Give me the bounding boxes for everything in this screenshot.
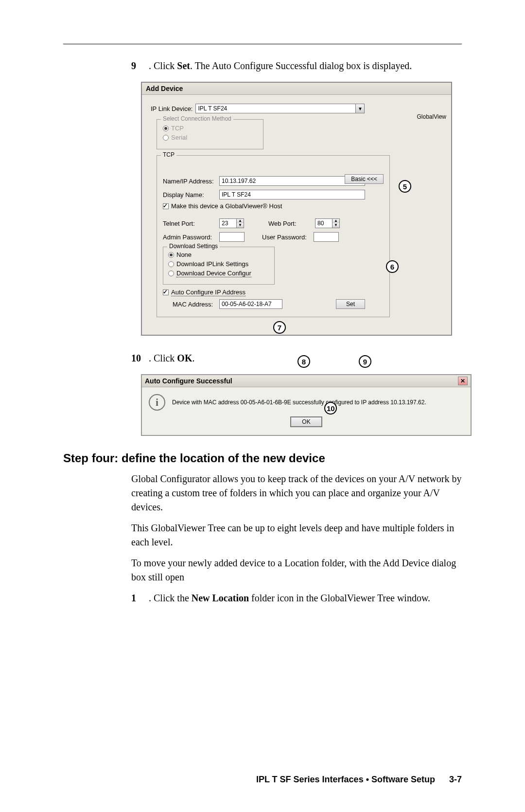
- download-settings-legend: Download Settings: [167, 243, 220, 250]
- paragraph-2: This GlobalViewer Tree can be up to eigh…: [131, 521, 462, 549]
- radio-dl-none[interactable]: None: [168, 251, 269, 258]
- auto-config-dialog: Auto Configure Successful ✕ i Device wit…: [141, 374, 472, 436]
- step-10: 10. Click OK.: [131, 351, 462, 365]
- radio-tcp[interactable]: TCP: [163, 125, 257, 132]
- radio-tcp-icon: [163, 126, 169, 131]
- radio-serial-icon: [163, 135, 169, 141]
- mac-label: MAC Address:: [173, 301, 216, 308]
- paragraph-1: Global Configurator allows you to keep t…: [131, 472, 462, 514]
- connection-method-legend: Select Connection Method: [161, 115, 233, 122]
- step-10-num: 10: [131, 351, 149, 365]
- callout-7: 7: [273, 321, 286, 334]
- mac-input[interactable]: 00-05-A6-02-18-A7: [219, 299, 282, 309]
- step-four-heading: Step four: define the location of the ne…: [63, 451, 462, 465]
- name-ip-label: Name/IP Address:: [163, 178, 216, 185]
- add-device-dialog: Add Device IP Link Device: IPL T SF24 ▼ …: [141, 82, 452, 336]
- user-pw-input[interactable]: [314, 232, 339, 242]
- callout-8: 8: [298, 355, 310, 368]
- auto-config-msg: Device with MAC address 00-05-A6-01-6B-9…: [172, 399, 426, 406]
- step-9-num: 9: [131, 59, 149, 73]
- spin-down-icon[interactable]: ▼: [237, 223, 244, 228]
- set-button[interactable]: Set: [336, 299, 365, 309]
- close-icon[interactable]: ✕: [458, 377, 468, 385]
- telnet-label: Telnet Port:: [163, 220, 216, 227]
- callout-6: 6: [386, 260, 399, 273]
- basic-button[interactable]: Basic <<<: [345, 174, 384, 184]
- callout-5: 5: [399, 180, 411, 193]
- globalview-label: GlobalView: [417, 113, 446, 120]
- callout-10: 10: [324, 402, 337, 415]
- paragraph-3: To move your newly added device to a Loc…: [131, 556, 462, 584]
- ip-link-device-input[interactable]: IPL T SF24: [195, 104, 356, 113]
- radio-dl-devconf[interactable]: Download Device Configur: [168, 270, 269, 277]
- ip-link-dropdown-btn[interactable]: ▼: [356, 104, 365, 113]
- tcp-legend: TCP: [161, 151, 176, 158]
- gv-host-check-icon: [163, 203, 169, 209]
- admin-pw-input[interactable]: [219, 232, 245, 242]
- ok-button[interactable]: OK: [290, 416, 322, 427]
- add-device-title: Add Device: [142, 83, 451, 95]
- radio-serial[interactable]: Serial: [163, 134, 257, 141]
- radio-dl-iplink[interactable]: Download IPLink Settings: [168, 260, 269, 268]
- gv-host-check[interactable]: Make this device a GlobalViewer® Host: [163, 202, 384, 210]
- tcp-fieldset: TCP Basic <<< Name/IP Address: 10.13.197…: [157, 155, 390, 317]
- page-footer: IPL T SF Series Interfaces • Software Se…: [256, 775, 462, 785]
- spin-down-icon[interactable]: ▼: [332, 223, 339, 228]
- ip-link-label: IP Link Device:: [151, 105, 192, 112]
- connection-method-fieldset: Select Connection Method TCP Serial: [157, 119, 263, 149]
- web-port-input[interactable]: 80 ▲▼: [315, 218, 340, 228]
- radio-icon: [168, 252, 174, 258]
- radio-icon: [168, 271, 174, 276]
- info-icon: i: [149, 394, 165, 411]
- callout-9: 9: [359, 355, 371, 368]
- telnet-port-input[interactable]: 23 ▲▼: [219, 218, 244, 228]
- auto-config-check-icon: [163, 289, 169, 295]
- user-pw-label: User Password:: [262, 234, 311, 241]
- radio-icon: [168, 261, 174, 267]
- name-ip-input[interactable]: 10.13.197.62: [219, 176, 365, 186]
- auto-config-check[interactable]: Auto Configure IP Address: [163, 289, 384, 296]
- download-settings-fieldset: Download Settings None Download IPLink S…: [163, 247, 275, 285]
- web-port-label: Web Port:: [268, 220, 312, 227]
- auto-config-title: Auto Configure Successful: [145, 377, 232, 385]
- display-name-input[interactable]: IPL T SF24: [219, 190, 365, 199]
- ip-link-row: IP Link Device: IPL T SF24 ▼: [151, 104, 446, 113]
- step-1b-num: 1: [131, 591, 149, 605]
- step-1b: 1. Click the New Location folder icon in…: [131, 591, 462, 605]
- admin-pw-label: Admin Password:: [163, 234, 216, 241]
- display-name-label: Display Name:: [163, 191, 216, 198]
- step-9: 9. Click Set. The Auto Configure Success…: [131, 59, 462, 73]
